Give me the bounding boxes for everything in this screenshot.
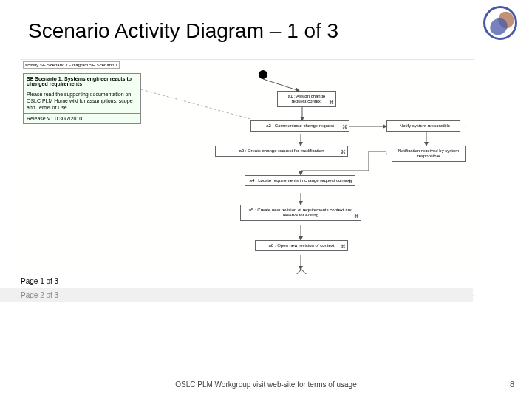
note-body: Please read the supporting documentation… bbox=[24, 89, 140, 114]
note-title: SE Scenario 1: Systems engineer reacts t… bbox=[24, 74, 140, 89]
rake-icon: ⌘ bbox=[354, 214, 359, 219]
footer-text: OSLC PLM Workgroup visit web-site for te… bbox=[0, 381, 532, 389]
rake-icon: ⌘ bbox=[348, 179, 353, 185]
activity-a4: a4 : Locate requirements in change reque… bbox=[245, 175, 355, 186]
activity-label: a2 : Communicate change request bbox=[266, 123, 334, 128]
activity-a1: a1 : Assign change request context ⌘ bbox=[277, 91, 336, 107]
receive-label: Notification received by system responsi… bbox=[398, 149, 460, 158]
frame-label: activity SE Scenario 1 - diagram SE Scen… bbox=[23, 61, 120, 69]
activity-a5: a5 : Create new revision of requirements… bbox=[240, 205, 361, 221]
signal-label: Notify system responsible bbox=[400, 123, 450, 128]
page-band-2: Page 2 of 3 bbox=[0, 288, 473, 302]
activity-label: a1 : Assign change request context bbox=[288, 94, 326, 103]
page-number: 8 bbox=[510, 380, 514, 389]
receive-notification: Notification received by system responsi… bbox=[386, 146, 466, 162]
rake-icon: ⌘ bbox=[329, 100, 334, 106]
activity-label: a4 : Locate requirements in change reque… bbox=[250, 178, 351, 183]
activity-a3: a3 : Create change request for modificat… bbox=[215, 146, 348, 157]
activity-label: a6 : Open new revision of context bbox=[268, 243, 334, 248]
page-band-1: Page 1 of 3 bbox=[0, 274, 473, 288]
activity-a2: a2 : Communicate change request ⌘ bbox=[250, 120, 349, 132]
note-release: Release V1.0 30/7/2010 bbox=[24, 114, 140, 123]
rake-icon: ⌘ bbox=[341, 244, 346, 250]
activity-label: a3 : Create change request for modificat… bbox=[239, 149, 324, 153]
svg-line-9 bbox=[141, 89, 250, 119]
logo-icon bbox=[483, 6, 517, 40]
page-title: Scenario Activity Diagram – 1 of 3 bbox=[28, 19, 338, 43]
activity-label: a5 : Create new revision of requirements… bbox=[249, 208, 353, 217]
rake-icon: ⌘ bbox=[341, 149, 346, 155]
svg-line-0 bbox=[263, 79, 299, 91]
diagram-note: SE Scenario 1: Systems engineer reacts t… bbox=[23, 73, 141, 124]
activity-a6: a6 : Open new revision of context ⌘ bbox=[255, 240, 348, 251]
diagram-stage: activity SE Scenario 1 - diagram SE Scen… bbox=[21, 59, 474, 296]
signal-notify: Notify system responsible bbox=[386, 120, 466, 132]
rake-icon: ⌘ bbox=[342, 124, 347, 130]
initial-node-icon bbox=[259, 70, 267, 79]
slide: Scenario Activity Diagram – 1 of 3 activ… bbox=[0, 0, 532, 399]
